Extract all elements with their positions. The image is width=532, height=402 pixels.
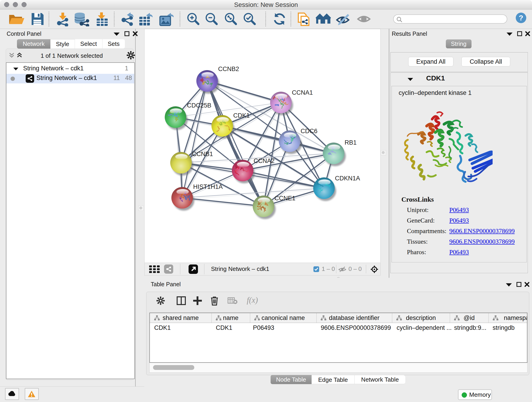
svg-text:CDC25B: CDC25B bbox=[187, 102, 211, 109]
svg-text:CCNB2: CCNB2 bbox=[218, 65, 239, 72]
svg-text:CCNA1: CCNA1 bbox=[292, 89, 313, 96]
svg-text:CCNA2: CCNA2 bbox=[254, 157, 275, 164]
svg-text:CDKN1A: CDKN1A bbox=[335, 175, 360, 182]
svg-text:CDC6: CDC6 bbox=[301, 128, 317, 134]
svg-text:CCNB1: CCNB1 bbox=[192, 151, 213, 157]
svg-text:?: ? bbox=[519, 14, 523, 22]
svg-text:RB1: RB1 bbox=[345, 139, 357, 146]
svg-text:HIST1H1A: HIST1H1A bbox=[193, 183, 223, 190]
svg-text:CDK1: CDK1 bbox=[233, 112, 250, 119]
svg-text:CCNE1: CCNE1 bbox=[274, 195, 296, 202]
